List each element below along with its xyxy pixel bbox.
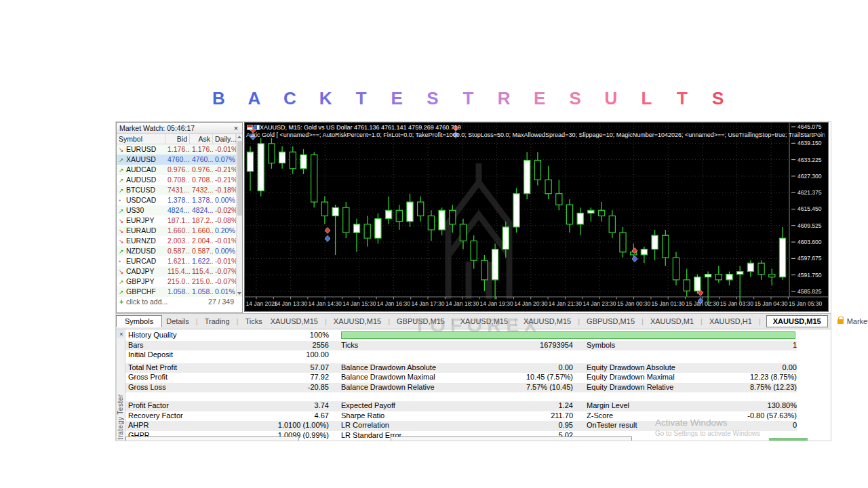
title-letter: E [379, 88, 415, 109]
symbol-cell: ↘EURNZD [117, 236, 165, 246]
time-label: 14 Jan 20:30 [514, 300, 547, 307]
tab-separator: | [196, 317, 198, 325]
market-row-XAUUSD[interactable]: ↗XAUUSD4760....4760....0.07% [117, 155, 242, 165]
daily-cell: -0.21% [213, 175, 236, 185]
tab-trading[interactable]: Trading [201, 316, 234, 327]
tab-separator: | [515, 317, 517, 325]
ask-cell: 187.2... [190, 216, 213, 226]
metric-value: 100% [214, 331, 329, 339]
market-watch-add-row[interactable]: + click to add... 27 / 349 [117, 297, 242, 307]
market-watch-scrollbar[interactable] [236, 134, 242, 296]
strategy-tester-vertical-tab[interactable]: Strategy Tester [117, 329, 125, 441]
symbol-name: CADJPY [126, 267, 154, 275]
tab-separator: | [642, 317, 644, 325]
market-row-US30[interactable]: ↗US304824...4824...-0.02% [117, 205, 242, 216]
price-label: 4591.750 [797, 272, 822, 279]
column-bid[interactable]: Bid [165, 134, 190, 144]
tab-ticks[interactable]: Ticks [241, 316, 266, 327]
time-label: 15 Jan 00:30 [617, 300, 650, 307]
chart-tab-5[interactable]: GBPUSD,M15 [583, 316, 639, 327]
chart-tab-6[interactable]: XAUUSD,M1 [646, 316, 698, 327]
chart-tab-active[interactable]: XAUUSD,M15 [766, 315, 828, 327]
market-row-AUDCAD[interactable]: ↗AUDCAD0.976...0.976...-0.21% [117, 165, 242, 175]
metric-value: 57.07 [214, 363, 329, 371]
market-row-BTCUSD[interactable]: ↗BTCUSD7431...7432...-0.18% [117, 185, 242, 195]
indicator-icon [254, 125, 260, 130]
market-row-GBPJPY[interactable]: ↗GBPJPY215.0...215.0...-0.07% [117, 277, 242, 287]
column-symbol[interactable]: Symbol [117, 134, 165, 144]
symbol-name: AUDCAD [126, 165, 156, 174]
strategy-tester-panel: × Strategy Tester History Quality100%Bar… [116, 329, 831, 441]
scroll-down-icon[interactable] [237, 292, 241, 295]
candle-9 [343, 202, 349, 238]
tab-separator: | [759, 317, 761, 325]
chart-window[interactable]: XAUUSD, M15: Gold vs US Dollar 4761.136 … [244, 122, 829, 312]
market-row-AUDUSD[interactable]: ↗AUDUSD0.708...0.708...-0.21% [117, 175, 242, 185]
scroll-up-icon[interactable] [237, 136, 241, 138]
trend-down-icon: ↘ [119, 237, 126, 246]
title-letter: L [629, 88, 665, 109]
daily-cell: -0.01% [213, 236, 236, 246]
daily-cell: 0.07% [213, 155, 236, 165]
market-row-NZDUSD[interactable]: ↗NZDUSD0.587...0.587...0.00% [117, 246, 242, 256]
symbol-cell: ↗AUDUSD [117, 175, 165, 185]
chart-tab-4[interactable]: XAUUSD,M15 [519, 316, 575, 327]
market-row-USDCAD[interactable]: •USDCAD1.378...1.378...0.00% [117, 195, 242, 205]
metric-label: Sharpe Ratio [341, 411, 384, 420]
market-row-EURJPY[interactable]: ↘EURJPY187.1...187.2...-0.08% [117, 216, 242, 226]
scrollbar-thumb[interactable] [237, 141, 242, 216]
metric-label: History Quality [128, 331, 177, 339]
title-letter: T [343, 88, 379, 109]
market-row-CADJPY[interactable]: ↘CADJPY115.4...115.4...-0.07% [117, 266, 242, 277]
bid-cell: 0.587... [165, 246, 190, 256]
chart-tab-2[interactable]: GBPUSD,M15 [393, 316, 449, 327]
market-row-GBPCHF[interactable]: ↗GBPCHF1.058...1.058...0.01% [117, 287, 242, 297]
ask-cell: 4824... [190, 205, 213, 216]
symbol-name: GBPCHF [126, 287, 156, 296]
bid-cell: 4824... [165, 205, 190, 216]
tab-details[interactable]: Details [162, 316, 193, 327]
metric-label: Margin Level [587, 401, 629, 409]
tab-symbols[interactable]: Symbols [116, 315, 162, 327]
close-icon[interactable]: × [117, 330, 125, 338]
market-row-EURNZD[interactable]: ↘EURNZD2.003...2.004...-0.01% [117, 236, 242, 246]
metric-label: Gross Profit [128, 373, 167, 381]
market-row-EURCAD[interactable]: •EURCAD1.621...1.622...-0.01% [117, 256, 242, 266]
add-symbol-label[interactable]: click to add... [126, 297, 167, 307]
close-icon[interactable]: × [232, 123, 240, 134]
candlestick-chart[interactable]: 4645.0754639.1504633.2254627.3004621.375… [245, 123, 828, 311]
tester-row: Gross Loss-20.85Balance Drawdown Relativ… [125, 383, 797, 393]
symbol-cell: ↗GBPCHF [117, 287, 165, 297]
metric-label: AHPR [128, 421, 149, 429]
trend-down-icon: ↘ [119, 145, 126, 155]
price-label: 4627.300 [797, 173, 822, 180]
price-label: 4633.225 [797, 157, 822, 163]
column-daily[interactable]: Daily... [213, 134, 236, 144]
metric-value: 100.00 [214, 350, 329, 359]
symbol-name: GBPJPY [126, 277, 154, 285]
daily-cell: -0.18% [213, 185, 236, 195]
time-label: 14 Jan 23:30 [583, 300, 616, 307]
metric-label: Recovery Factor [128, 411, 183, 420]
chart-tab-3[interactable]: XAUUSD,M15 [456, 316, 512, 327]
column-ask[interactable]: Ask [190, 134, 213, 144]
ea-parameters: Auric Gold [ <unnamed>==; AutoRiskPercen… [246, 131, 825, 138]
trend-up-icon: ↗ [119, 176, 126, 185]
symbol-cell: •EURCAD [117, 256, 165, 266]
title-letter: E [521, 88, 557, 109]
ask-cell: 1.058... [190, 287, 213, 297]
market-row-EURUSD[interactable]: ↘EURUSD1.176...1.176...-0.01% [117, 144, 242, 155]
candle-25 [513, 188, 519, 233]
symbol-name: EURJPY [126, 216, 154, 224]
chart-tab-1[interactable]: XAUUSD,M15 [330, 316, 385, 327]
chart-tab-0[interactable]: XAUUSD,M15 [267, 316, 322, 327]
ask-cell: 0.587... [190, 246, 213, 256]
metric-label: Gross Loss [128, 383, 166, 391]
market-row-EURAUD[interactable]: ↘EURAUD1.660...1.660...0.20% [117, 226, 242, 236]
chart-tab-7[interactable]: XAUUSD,H1 [705, 316, 756, 327]
daily-cell: 0.01% [213, 287, 236, 297]
add-symbol-icon[interactable]: + [117, 297, 126, 307]
symbol-cell: ↗US30 [117, 205, 165, 216]
symbol-name: EURAUD [126, 226, 156, 235]
market-tab[interactable]: Market [837, 317, 868, 325]
